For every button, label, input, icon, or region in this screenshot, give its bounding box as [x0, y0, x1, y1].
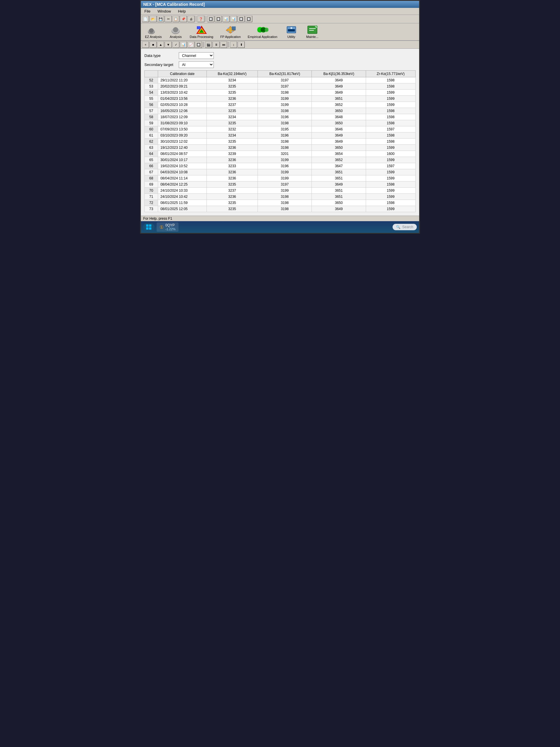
cell-bakb1: 3650: [312, 200, 366, 206]
table-row[interactable]: 55 01/04/2023 13:56 3236 3199 3651 1599: [145, 96, 416, 102]
cell-baka2: 3196: [258, 163, 312, 169]
tb2-btn12[interactable]: ⬆: [238, 42, 245, 48]
tb2-btn8[interactable]: 🎬: [205, 42, 212, 48]
cell-id: 55: [145, 96, 158, 102]
cell-zrka: 1599: [366, 96, 415, 102]
cell-zrka: 1599: [366, 175, 415, 181]
cell-id: 60: [145, 126, 158, 132]
window-title: NEX - [MCA Calibration Record]: [143, 2, 205, 7]
cell-zrka: 1599: [366, 89, 415, 96]
tb2-btn3[interactable]: ▼: [165, 42, 172, 48]
tb2-btn1[interactable]: ■: [150, 42, 157, 48]
menu-file[interactable]: File: [143, 8, 152, 14]
secondary-target-select[interactable]: Al Cu: [179, 61, 214, 68]
table-row[interactable]: 68 08/04/2024 11:14 3236 3199 3651 1599: [145, 175, 416, 181]
cell-bakb1: 3651: [312, 194, 366, 200]
cell-baka2: 3197: [258, 77, 312, 83]
table-row[interactable]: 63 19/12/2023 12:40 3236 3198 3650 1599: [145, 145, 416, 151]
table-row[interactable]: 70 24/10/2024 10:33 3237 3199 3651 1599: [145, 188, 416, 194]
fp-application-icon: [224, 25, 236, 34]
ez-analysis-label: EZ Analysis: [145, 35, 162, 38]
table-row[interactable]: 61 03/10/2023 09:20 3234 3196 3649 1598: [145, 132, 416, 138]
view4-btn[interactable]: 📊: [230, 16, 237, 22]
cell-baka1: 3235: [207, 120, 258, 126]
cell-zrka: 1598: [366, 77, 415, 83]
data-processing-btn[interactable]: Data Processing: [188, 25, 215, 39]
sep3: [203, 42, 204, 48]
cell-id: 56: [145, 102, 158, 108]
main-window: NEX - [MCA Calibration Record] File Wind…: [140, 0, 420, 234]
tb2-btn7[interactable]: 🔲: [195, 42, 202, 48]
analysis-btn[interactable]: Analysis: [167, 25, 184, 39]
svg-point-2: [149, 28, 154, 33]
cell-date: 01/04/2023 13:56: [158, 96, 207, 102]
table-row[interactable]: 71 24/10/2024 10:42 3236 3198 3651 1599: [145, 194, 416, 200]
empirical-application-btn[interactable]: Empirical Application: [246, 25, 279, 39]
data-type-select[interactable]: Channel Energy: [179, 52, 214, 59]
cell-id: 66: [145, 163, 158, 169]
search-box[interactable]: 🔍 Search: [393, 224, 417, 230]
menu-help[interactable]: Help: [177, 8, 187, 14]
tb2-btn5[interactable]: 📊: [180, 42, 187, 48]
maintenance-btn[interactable]: Mainte...: [303, 25, 321, 39]
table-row[interactable]: 62 30/10/2023 12:02 3235 3198 3649 1598: [145, 138, 416, 145]
view2-btn[interactable]: 🔲: [215, 16, 222, 22]
view1-btn[interactable]: 🔲: [207, 16, 214, 22]
cut-btn[interactable]: ✂: [165, 16, 172, 22]
cell-bakb1: 3649: [312, 77, 366, 83]
ez-analysis-btn[interactable]: EZ Analysis: [143, 25, 163, 39]
tb2-btn6[interactable]: 📈: [188, 42, 194, 48]
new-btn[interactable]: 📄: [142, 16, 149, 22]
cell-baka2: 3198: [258, 206, 312, 212]
app-icon: ①: [160, 224, 164, 230]
menu-window[interactable]: Window: [156, 8, 172, 14]
table-row[interactable]: 64 08/01/2024 08:57 3239 3201 3654 1600: [145, 151, 416, 157]
print-btn[interactable]: 🖨: [188, 16, 194, 22]
tb2-btn10[interactable]: ⏭: [220, 42, 227, 48]
view5-btn[interactable]: 🔲: [238, 16, 245, 22]
cell-bakb1: 3651: [312, 188, 366, 194]
data-type-row: Data type Channel Energy: [144, 52, 416, 59]
tb2-btn11[interactable]: ↕: [230, 42, 237, 48]
table-row[interactable]: 52 29/11/2022 11:20 3234 3197 3649 1598: [145, 77, 416, 83]
table-row[interactable]: 66 19/02/2024 10:52 3233 3196 3647 1597: [145, 163, 416, 169]
taskbar-app-item[interactable]: ① 0QYP -1.22%: [157, 222, 179, 232]
view6-btn[interactable]: 🔲: [245, 16, 252, 22]
cell-date: 07/09/2023 13:50: [158, 126, 207, 132]
cell-baka1: 3233: [207, 163, 258, 169]
paste-btn[interactable]: 📌: [180, 16, 187, 22]
save-btn[interactable]: 💾: [157, 16, 164, 22]
empirical-application-label: Empirical Application: [248, 35, 277, 38]
cell-date: 24/10/2024 10:33: [158, 188, 207, 194]
add-btn[interactable]: +: [142, 42, 149, 48]
table-row[interactable]: 65 30/01/2024 10:17 3236 3199 3652 1599: [145, 157, 416, 163]
svg-rect-14: [232, 27, 236, 30]
table-row[interactable]: 60 07/09/2023 13:50 3232 3195 3646 1597: [145, 126, 416, 132]
table-row[interactable]: 58 18/07/2023 12:09 3234 3196 3648 1598: [145, 114, 416, 120]
start-button[interactable]: [143, 223, 154, 231]
table-row[interactable]: 57 16/05/2023 12:06 3235 3198 3650 1598: [145, 108, 416, 114]
table-row[interactable]: 59 31/08/2023 09:10 3235 3198 3650 1598: [145, 120, 416, 126]
table-row[interactable]: 56 02/05/2023 10:28 3237 3199 3652 1599: [145, 102, 416, 108]
cell-date: 03/10/2023 09:20: [158, 132, 207, 138]
table-row[interactable]: 53 20/02/2023 09:21 3235 3197 3649 1598: [145, 83, 416, 89]
open-btn[interactable]: 📂: [150, 16, 157, 22]
table-row[interactable]: 73 08/01/2025 12:05 3235 3198 3649 1599: [145, 206, 416, 212]
cell-baka1: 3236: [207, 96, 258, 102]
help-btn[interactable]: ❓: [197, 16, 205, 22]
table-row[interactable]: 67 04/03/2024 10:08 3236 3199 3651 1599: [145, 169, 416, 175]
table-row[interactable]: 72 08/01/2025 11:59 3235 3198 3650 1598: [145, 200, 416, 206]
cell-baka2: 3201: [258, 151, 312, 157]
cell-date: 08/01/2024 08:57: [158, 151, 207, 157]
utility-btn[interactable]: Utility: [283, 25, 300, 39]
col-header-bakb1: Ba-Kβ1(36.353keV): [312, 71, 366, 77]
fp-application-btn[interactable]: FP Application: [218, 25, 242, 39]
tb2-btn4[interactable]: ✓: [172, 42, 179, 48]
tb2-btn9[interactable]: ⏸: [213, 42, 220, 48]
table-row[interactable]: 54 13/03/2023 10:42 3235 3198 3649 1599: [145, 89, 416, 96]
tb2-btn2[interactable]: ▲: [157, 42, 164, 48]
view3-btn[interactable]: 📊: [222, 16, 230, 22]
table-row[interactable]: 69 08/04/2024 12:25 3235 3197 3649 1598: [145, 181, 416, 188]
cell-baka1: 3235: [207, 206, 258, 212]
copy-btn[interactable]: 📋: [172, 16, 179, 22]
